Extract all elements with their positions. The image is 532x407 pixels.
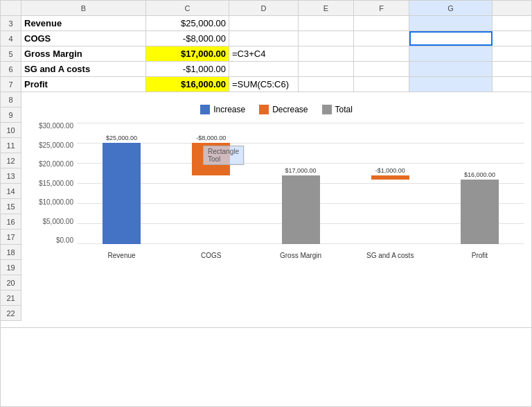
cell-c[interactable]: -$1,000.00 [146, 62, 229, 76]
cell-g[interactable] [409, 46, 493, 61]
bar-wrapper: $17,000.00Gross Margin [282, 123, 320, 244]
cell-d[interactable] [229, 16, 299, 31]
row-number: 21 [1, 291, 21, 306]
col-header-b[interactable]: B [21, 1, 146, 15]
y-axis-label: $30,000.00 [28, 123, 73, 130]
bar-group: $16,000.00Profit [435, 123, 524, 244]
bar-wrapper: -$1,000.00SG and A costs [371, 123, 409, 244]
cell-f[interactable] [354, 31, 409, 46]
bar-wrapper: -$8,000.00COGSRectangle Tool [192, 123, 230, 244]
y-axis-label: $0.00 [28, 237, 73, 244]
row-number: 5 [1, 46, 21, 61]
row-number: 11 [1, 138, 21, 153]
x-axis-label: COGS [201, 252, 221, 259]
table-row: 5Gross Margin$17,000.00=C3+C4 [1, 46, 531, 62]
x-axis-label: SG and A costs [366, 252, 414, 259]
cell-f[interactable] [354, 46, 409, 61]
cell-e[interactable] [299, 62, 354, 76]
cell-f[interactable] [354, 77, 409, 92]
cell-d[interactable]: =SUM(C5:C6) [229, 77, 299, 92]
bar-wrapper: $25,000.00Revenue [103, 123, 141, 244]
bar-rect [461, 180, 499, 244]
row-number: 13 [1, 168, 21, 184]
cell-c[interactable]: $25,000.00 [146, 16, 229, 31]
cell-g[interactable] [409, 77, 493, 92]
cell-g[interactable] [409, 62, 493, 76]
chart-legend: IncreaseDecreaseTotal [28, 105, 524, 114]
legend-item: Increase [200, 105, 245, 114]
chart-row-nums: 8910111213141516171819202122 [1, 92, 21, 327]
bar-value-label: $25,000.00 [106, 135, 137, 141]
legend-item: Decrease [259, 105, 308, 114]
cell-g[interactable] [409, 31, 493, 46]
bar-rect [103, 143, 141, 244]
row-number: 14 [1, 184, 21, 199]
cell-e[interactable] [299, 77, 354, 92]
legend-color-box [200, 105, 210, 114]
col-header-c[interactable]: C [146, 1, 229, 15]
row-number: 4 [1, 31, 21, 46]
cell-e[interactable] [299, 31, 354, 46]
row-number: 12 [1, 153, 21, 168]
row-number: 10 [1, 123, 21, 138]
cell-c[interactable]: $17,000.00 [146, 46, 229, 61]
row-number: 8 [1, 92, 21, 107]
row-number: 19 [1, 260, 21, 275]
legend-label: Total [335, 105, 353, 114]
x-axis-label: Profit [472, 252, 488, 259]
corner-cell [1, 1, 21, 15]
col-header-e[interactable]: E [299, 1, 354, 15]
row-number: 3 [1, 16, 21, 31]
cell-b[interactable]: COGS [21, 31, 146, 46]
bar-value-label: $17,000.00 [285, 167, 316, 174]
bar-group: $17,000.00Gross Margin [256, 123, 345, 244]
row-number: 17 [1, 230, 21, 245]
cell-b[interactable]: SG and A costs [21, 62, 146, 76]
legend-item: Total [322, 105, 353, 114]
cell-b[interactable]: Profit [21, 77, 146, 92]
x-axis-label: Gross Margin [280, 252, 321, 259]
bar-rect [282, 175, 320, 244]
y-axis-label: $5,000.00 [28, 218, 73, 225]
cell-d[interactable] [229, 62, 299, 76]
cell-d[interactable]: =C3+C4 [229, 46, 299, 61]
x-axis-label: Revenue [108, 252, 136, 259]
bar-group: -$1,000.00SG and A costs [346, 123, 435, 244]
col-header-g[interactable]: G [409, 1, 493, 15]
legend-label: Decrease [272, 105, 308, 114]
cell-c[interactable]: -$8,000.00 [146, 31, 229, 46]
row-number: 6 [1, 62, 21, 76]
table-row: 7Profit$16,000.00=SUM(C5:C6) [1, 77, 531, 92]
table-row: 4COGS-$8,000.00 [1, 31, 531, 46]
table-row: 3Revenue$25,000.00 [1, 16, 531, 31]
table-row: 6SG and A costs-$1,000.00 [1, 62, 531, 77]
row-number: 22 [1, 306, 21, 321]
cell-f[interactable] [354, 16, 409, 31]
bar-wrapper: $16,000.00Profit [461, 123, 499, 244]
chart-container[interactable]: IncreaseDecreaseTotal $30,000.00$25,000.… [21, 92, 531, 327]
chart-area-row: 8910111213141516171819202122 IncreaseDec… [1, 92, 531, 328]
cell-b[interactable]: Revenue [21, 16, 146, 31]
bar-rect [192, 143, 230, 175]
cell-g[interactable] [409, 16, 493, 31]
col-header-f[interactable]: F [354, 1, 409, 15]
y-axis-label: $20,000.00 [28, 161, 73, 168]
row-number: 16 [1, 214, 21, 230]
bar-group: -$8,000.00COGSRectangle Tool [166, 123, 256, 244]
cell-e[interactable] [299, 46, 354, 61]
cell-c[interactable]: $16,000.00 [146, 77, 229, 92]
cell-d[interactable] [229, 31, 299, 46]
column-header-row: B C D E F G [1, 1, 531, 16]
bar-value-label: $16,000.00 [464, 171, 495, 178]
row-number: 7 [1, 77, 21, 92]
cell-e[interactable] [299, 16, 354, 31]
y-axis-label: $15,000.00 [28, 180, 73, 187]
bar-value-label: -$8,000.00 [196, 135, 226, 141]
row-number: 18 [1, 245, 21, 260]
bar-rect [371, 175, 409, 180]
col-header-d[interactable]: D [229, 1, 299, 15]
spreadsheet: B C D E F G 3Revenue$25,000.004COGS-$8,0… [0, 0, 532, 407]
cell-f[interactable] [354, 62, 409, 76]
legend-color-box [322, 105, 332, 114]
cell-b[interactable]: Gross Margin [21, 46, 146, 61]
